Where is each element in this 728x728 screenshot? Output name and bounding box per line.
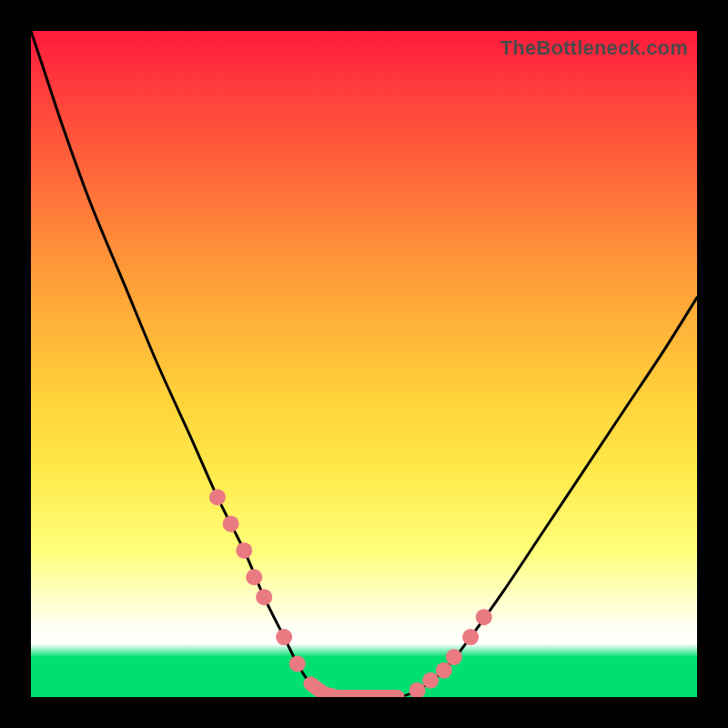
marker-dot: [209, 489, 226, 505]
marker-dot: [410, 682, 426, 697]
marker-dot: [256, 589, 272, 605]
plot-area: TheBottleneck.com: [31, 31, 697, 697]
chart-svg: [31, 31, 697, 697]
marker-dot: [446, 649, 462, 665]
marker-dot: [246, 569, 262, 585]
markers-left-layer: [209, 489, 306, 672]
marker-dot: [436, 662, 452, 679]
trough-marker-path: [310, 683, 397, 697]
markers-trough-layer: [310, 683, 397, 697]
marker-dot: [276, 629, 292, 645]
marker-dot: [236, 542, 252, 559]
marker-dot: [422, 672, 439, 689]
marker-dot: [462, 629, 479, 645]
marker-dot: [476, 609, 492, 625]
bottleneck-curve-path: [31, 31, 697, 697]
curve-layer: [31, 31, 697, 697]
marker-dot: [223, 516, 239, 532]
chart-frame: TheBottleneck.com: [0, 0, 728, 728]
marker-dot: [289, 655, 306, 672]
markers-right-layer: [410, 609, 492, 697]
